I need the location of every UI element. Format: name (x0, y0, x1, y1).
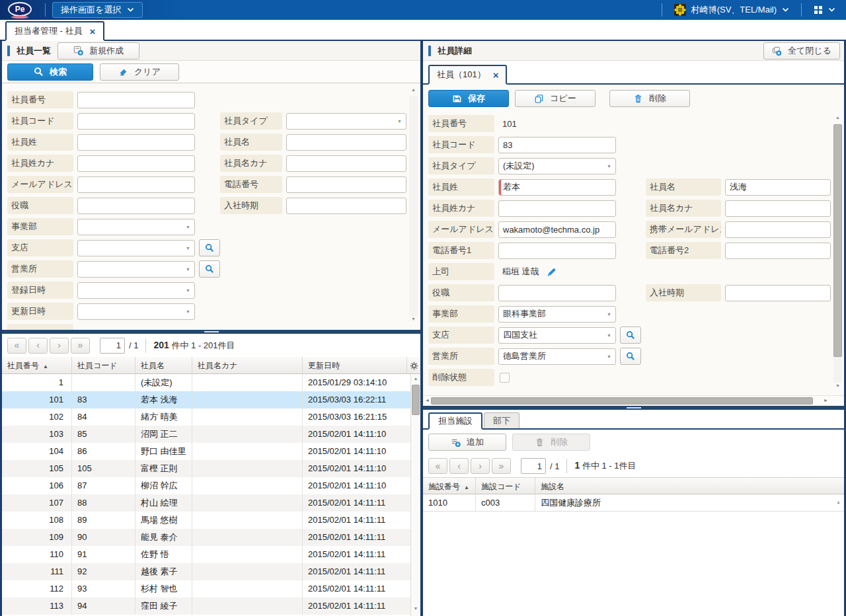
text-input[interactable]: ▼ (77, 240, 195, 256)
text-input[interactable] (77, 176, 195, 193)
scroll-down-icon[interactable]: ▼ (408, 317, 418, 325)
edit-pencil-icon[interactable] (546, 266, 557, 278)
text-input[interactable] (286, 198, 406, 214)
copy-button[interactable]: コピー (515, 90, 596, 107)
tab-facilities[interactable]: 担当施設 (428, 412, 482, 430)
list-scrollbar[interactable]: ▲ ▼ (410, 374, 420, 616)
close-icon[interactable]: × (90, 26, 96, 36)
sub-delete-button[interactable]: 削除 (512, 434, 590, 451)
scroll-up-icon[interactable]: ▲ (408, 87, 418, 95)
table-row[interactable]: 106 87 柳沼 幹広 2015/02/01 14:11:10 (2, 477, 420, 494)
chevron-down-icon[interactable]: ▼ (186, 288, 190, 293)
lookup-search-button[interactable] (620, 327, 641, 344)
text-input[interactable] (498, 285, 616, 301)
prev-page-button[interactable]: ‹ (449, 458, 469, 474)
chevron-down-icon[interactable]: ▼ (186, 225, 190, 229)
lookup-search-button[interactable] (199, 239, 220, 256)
scroll-right-icon[interactable]: ► (824, 398, 828, 403)
prev-page-button[interactable]: ‹ (28, 338, 48, 354)
column-header-facility-code[interactable]: 施設コード (476, 478, 535, 495)
text-input[interactable]: (未設定) ▼ (498, 158, 616, 174)
scroll-thumb[interactable] (833, 124, 842, 357)
text-input[interactable] (725, 285, 831, 301)
scroll-up-icon[interactable]: ▲ (411, 376, 420, 384)
tab-staff-management[interactable]: 担当者管理 - 社員 × (5, 21, 104, 41)
search-button[interactable]: 検索 (7, 63, 93, 81)
text-input[interactable] (725, 243, 831, 259)
chevron-down-icon[interactable] (828, 7, 835, 13)
text-input[interactable]: 83 (498, 137, 616, 153)
add-button[interactable]: 追加 (428, 434, 506, 451)
text-input[interactable]: 浅海 (725, 179, 831, 196)
chevron-down-icon[interactable]: ▼ (607, 354, 611, 359)
column-settings-gear-icon[interactable] (407, 357, 420, 374)
app-logo[interactable]: Pe (8, 2, 32, 17)
delete-status-checkbox[interactable] (500, 373, 510, 383)
text-input[interactable]: 徳島営業所 ▼ (498, 348, 616, 365)
text-input[interactable] (77, 198, 195, 214)
table-row[interactable]: 113 94 窪田 綾子 2015/02/01 14:11:11 (2, 597, 420, 615)
next-page-button[interactable]: › (471, 458, 490, 474)
next-page-button[interactable]: › (50, 338, 69, 354)
form-scrollbar[interactable]: ▲ ▼ (408, 87, 418, 325)
first-page-button[interactable]: « (428, 458, 447, 474)
table-row[interactable]: 110 91 佐野 悟 2015/02/01 14:11:11 (2, 546, 420, 563)
text-input[interactable]: ▼ (77, 282, 195, 299)
screen-select-dropdown[interactable]: 操作画面を選択 (52, 2, 143, 18)
text-input[interactable] (77, 92, 195, 108)
text-input[interactable] (77, 134, 195, 151)
text-input[interactable]: wakamoto@techma.co.jp (498, 221, 616, 238)
text-input[interactable]: 四国支社 ▼ (498, 327, 616, 344)
new-record-button[interactable]: 新規作成 (58, 42, 139, 59)
chevron-down-icon[interactable]: ▼ (186, 267, 190, 272)
text-input[interactable]: ▼ (286, 113, 406, 130)
text-input[interactable] (725, 221, 831, 238)
scroll-up-icon[interactable]: ▲ (836, 500, 841, 504)
column-header-code[interactable]: 社員コード (72, 357, 135, 374)
text-input[interactable] (77, 113, 195, 130)
close-icon[interactable]: × (493, 70, 499, 80)
scroll-thumb[interactable] (412, 385, 420, 415)
scroll-down-icon[interactable]: ▼ (411, 606, 420, 614)
text-input[interactable] (286, 176, 406, 193)
table-row[interactable]: 101 83 若本 浅海 2015/03/03 16:22:11 (2, 391, 420, 408)
user-menu-label[interactable]: 村崎博(SV、TEL/Mail) (691, 4, 777, 16)
text-input[interactable] (77, 155, 195, 172)
chevron-down-icon[interactable] (782, 7, 789, 13)
text-input[interactable]: ▼ (77, 303, 195, 320)
column-header-no[interactable]: 社員番号▲ (2, 357, 72, 374)
tab-employee-101[interactable]: 社員（101） × (428, 65, 507, 85)
column-header-kana[interactable]: 社員名カナ (192, 357, 303, 374)
table-row[interactable]: 109 90 能見 泰介 2015/02/01 14:11:11 (2, 529, 420, 546)
text-input[interactable]: 若本 (498, 179, 616, 196)
text-input[interactable] (498, 200, 616, 217)
table-row[interactable]: 104 86 野口 由佳里 2015/02/01 14:11:10 (2, 443, 420, 460)
apps-grid-icon[interactable] (814, 5, 823, 15)
table-row[interactable]: 105 105 富樫 正則 2015/02/01 14:11:10 (2, 460, 420, 477)
scroll-track[interactable] (409, 96, 418, 316)
horizontal-splitter[interactable] (423, 406, 844, 410)
detail-scrollbar[interactable]: ▲ ▼ (833, 115, 843, 391)
detail-horizontal-scrollbar[interactable]: ◄ ► (423, 395, 844, 406)
table-row[interactable]: 108 89 馬場 悠樹 2015/02/01 14:11:11 (2, 512, 420, 529)
table-row[interactable]: 102 84 緒方 晴美 2015/03/03 16:21:15 (2, 408, 420, 426)
table-row[interactable]: 103 85 沼岡 正二 2015/02/01 14:11:10 (2, 426, 420, 443)
tab-subordinates[interactable]: 部下 (484, 412, 519, 428)
clear-button[interactable]: クリア (100, 63, 179, 81)
chevron-down-icon[interactable]: ▼ (397, 119, 402, 124)
scroll-left-icon[interactable]: ◄ (425, 398, 430, 403)
text-input[interactable] (498, 243, 616, 259)
horizontal-splitter[interactable] (2, 330, 420, 334)
delete-button[interactable]: 削除 (609, 90, 690, 107)
text-input[interactable]: ▼ (77, 219, 195, 235)
chevron-down-icon[interactable]: ▼ (186, 246, 190, 250)
column-header-facility-name[interactable]: 施設名 (535, 478, 844, 495)
chevron-down-icon[interactable]: ▼ (607, 333, 611, 338)
chevron-down-icon[interactable]: ▼ (186, 309, 190, 314)
lookup-search-button[interactable] (199, 260, 220, 278)
first-page-button[interactable]: « (7, 338, 26, 354)
table-row[interactable]: 107 88 村山 絵理 2015/02/01 14:11:11 (2, 494, 420, 512)
column-header-updated[interactable]: 更新日時 (303, 357, 407, 374)
last-page-button[interactable]: » (492, 458, 511, 474)
text-input[interactable] (725, 200, 831, 217)
